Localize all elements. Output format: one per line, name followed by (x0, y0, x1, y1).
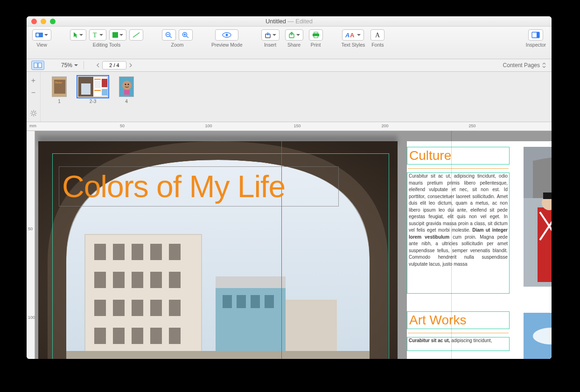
zoom-out-button[interactable] (162, 29, 176, 41)
ruler-unit: mm (29, 124, 36, 128)
svg-line-32 (35, 115, 36, 116)
svg-line-33 (31, 115, 32, 116)
gear-icon[interactable] (30, 110, 37, 117)
ruler-mark: 50 (120, 124, 125, 128)
svg-point-50 (128, 84, 129, 85)
page-navigator (94, 61, 135, 69)
insert-button[interactable] (261, 29, 280, 41)
tool-group-print: Print (309, 29, 323, 48)
shape-icon (112, 32, 118, 38)
svg-line-6 (170, 36, 172, 38)
thumb-image-1: Relax (52, 76, 67, 97)
ruler-mark: 100 (205, 124, 212, 128)
app-window: Untitled — Edited View T (27, 16, 552, 359)
remove-page-button[interactable]: − (31, 89, 35, 97)
soldiers-photo[interactable] (524, 147, 552, 287)
svg-point-47 (122, 81, 132, 90)
print-button[interactable] (309, 29, 323, 41)
thumb-2-3[interactable]: 2-3 (78, 76, 108, 117)
culture-body: Curabitur sit ac ut, adipiscing tincidun… (407, 173, 509, 268)
page-3[interactable]: Culture Curabitur sit ac ut, adipiscing … (407, 141, 552, 359)
vertical-ruler: 50 100 (27, 131, 35, 359)
view-icon (35, 32, 43, 38)
add-page-button[interactable]: + (31, 76, 35, 85)
editing-tools-label: Editing Tools (93, 42, 120, 48)
chevron-down-icon (44, 34, 48, 36)
insert-label: Insert (264, 42, 276, 48)
sky-photo[interactable] (524, 313, 552, 359)
ruler-mark: 150 (293, 124, 300, 128)
pointer-tool-button[interactable] (70, 29, 86, 41)
content-pages-dropdown[interactable]: Content Pages (503, 62, 546, 69)
svg-rect-24 (34, 63, 37, 68)
chevron-down-icon (99, 34, 103, 36)
share-button[interactable] (285, 29, 303, 41)
line-icon (133, 32, 140, 38)
culture-heading: Culture (407, 147, 509, 164)
fonts-button[interactable]: A (370, 29, 384, 41)
artworks-body-frame[interactable]: Curabitur sit ac ut, adipiscing tincidun… (407, 337, 510, 351)
thumb-4[interactable]: 4 (119, 76, 134, 117)
thumb-label-2-3: 2-3 (90, 99, 96, 104)
text-tool-button[interactable]: T (89, 29, 106, 41)
inspector-button[interactable] (528, 29, 543, 41)
zoom-dropdown[interactable]: 75% (61, 62, 78, 69)
maximize-icon[interactable] (50, 19, 56, 24)
tool-group-insert: Insert (261, 29, 280, 48)
culture-body-frame[interactable]: Curabitur sit ac ut, adipiscing tincidun… (407, 172, 510, 294)
close-icon[interactable] (31, 19, 37, 24)
title-edited: — Edited (286, 18, 313, 25)
minimize-icon[interactable] (41, 19, 46, 24)
artworks-title-frame[interactable]: Art Works (407, 311, 510, 329)
print-icon (312, 32, 320, 38)
svg-rect-39 (81, 83, 91, 95)
svg-rect-3 (112, 32, 118, 38)
share-icon (288, 32, 295, 38)
page-2[interactable]: Colors of My Life (38, 141, 398, 359)
svg-rect-48 (124, 90, 130, 95)
share-label: Share (287, 42, 300, 48)
svg-rect-17 (314, 32, 318, 34)
divider (408, 333, 509, 333)
chevron-left-icon (96, 63, 100, 68)
svg-text:A: A (345, 32, 349, 38)
zoom-label: Zoom (171, 42, 184, 48)
svg-rect-41 (94, 79, 101, 80)
tool-group-preview: Preview Mode (211, 29, 243, 48)
prev-page-button[interactable] (94, 61, 102, 69)
svg-rect-25 (38, 63, 42, 68)
text-styles-label: Text Styles (342, 42, 365, 48)
traffic-lights (31, 19, 56, 24)
svg-point-13 (226, 34, 228, 36)
page-title: Colors of My Life (59, 169, 285, 204)
preview-mode-button[interactable] (215, 29, 238, 41)
title-text-frame[interactable]: Colors of My Life (59, 166, 339, 206)
svg-rect-43 (94, 81, 101, 88)
zoom-in-button[interactable] (179, 29, 193, 41)
svg-rect-45 (102, 89, 107, 96)
fonts-label: Fonts (371, 42, 384, 48)
text-styles-button[interactable]: AA (342, 29, 364, 41)
view-button[interactable] (32, 29, 51, 41)
svg-point-49 (125, 84, 126, 85)
vruler-mark: 100 (28, 315, 35, 320)
chevron-right-icon (129, 63, 133, 68)
facing-pages-icon (34, 62, 42, 68)
pointer-icon (73, 32, 78, 38)
svg-rect-23 (537, 32, 539, 38)
horizontal-ruler: mm 50 100 150 200 250 (27, 122, 552, 131)
tool-group-zoom: Zoom (162, 29, 193, 48)
thumb-1[interactable]: Relax 1 (52, 76, 67, 117)
canvas[interactable]: 50 100 (27, 131, 552, 359)
culture-title-frame[interactable]: Culture (407, 147, 510, 165)
facing-pages-button[interactable] (31, 61, 44, 70)
next-page-button[interactable] (126, 61, 135, 69)
svg-text:A: A (375, 32, 380, 38)
view-label: View (36, 42, 47, 48)
svg-text:A: A (350, 32, 355, 38)
svg-text:T: T (93, 32, 97, 38)
chevron-down-icon (296, 34, 300, 36)
line-tool-button[interactable] (129, 29, 143, 41)
page-field[interactable] (102, 61, 126, 69)
shape-tool-button[interactable] (109, 29, 126, 41)
